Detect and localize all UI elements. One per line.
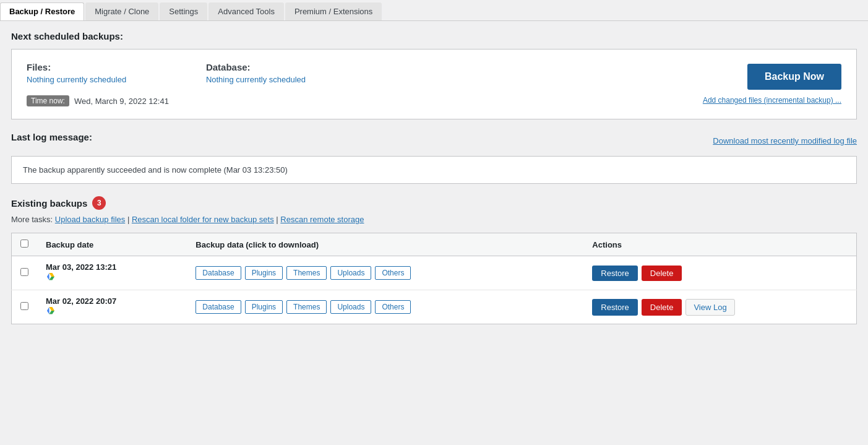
select-all-checkbox[interactable] [20,240,28,248]
row1-others-btn[interactable]: Others [375,266,411,280]
row1-date-cell: Mar 03, 2022 13:21 [37,256,187,290]
th-backup-date: Backup date [37,233,187,256]
row1-checkbox[interactable] [20,268,28,276]
row1-database-btn[interactable]: Database [196,266,241,280]
row2-icon [46,306,178,318]
row2-plugins-btn[interactable]: Plugins [245,300,283,314]
cloud-icon [46,272,56,282]
scheduled-actions: Backup Now Add changed files (incrementa… [575,62,841,106]
scheduled-backups-card: Files: Nothing currently scheduled Time … [11,49,857,119]
tab-backup-restore[interactable]: Backup / Restore [0,2,84,20]
tab-migrate-clone[interactable]: Migrate / Clone [85,2,158,20]
table-header-row: Backup date Backup data (click to downlo… [12,233,857,256]
existing-backups-header: Existing backups 3 [11,196,857,210]
row1-data-cell: Database Plugins Themes Uploads Others [187,256,583,290]
row1-checkbox-cell [12,256,38,290]
upload-backup-files-link[interactable]: Upload backup files [55,215,125,224]
table-row: Mar 02, 2022 20:07 Database Plugins [12,290,857,324]
database-section: Database: Nothing currently scheduled [206,62,306,84]
scheduled-info: Files: Nothing currently scheduled Time … [27,62,567,106]
row1-restore-button[interactable]: Restore [592,266,638,281]
time-badge: Time now: [27,95,69,106]
time-value: Wed, March 9, 2022 12:41 [74,97,169,106]
row2-themes-btn[interactable]: Themes [286,300,327,314]
existing-backups-title: Existing backups [11,198,87,209]
main-content: Next scheduled backups: Files: Nothing c… [0,21,868,334]
log-message-text: The backup apparently succeeded and is n… [23,165,288,175]
tab-settings[interactable]: Settings [160,2,207,20]
row2-uploads-btn[interactable]: Uploads [330,300,371,314]
row1-date: Mar 03, 2022 13:21 [46,262,178,272]
row2-database-btn[interactable]: Database [196,300,241,314]
more-tasks-label: More tasks: [11,215,53,224]
th-actions: Actions [583,233,856,256]
th-checkbox [12,233,38,256]
incremental-backup-link[interactable]: Add changed files (incremental backup) .… [703,96,841,105]
tabs-bar: Backup / Restore Migrate / Clone Setting… [0,0,868,21]
rescan-remote-link[interactable]: Rescan remote storage [280,215,364,224]
th-backup-data: Backup data (click to download) [187,233,583,256]
row2-data-cell: Database Plugins Themes Uploads Others [187,290,583,324]
scheduled-section-title: Next scheduled backups: [11,31,857,41]
row1-plugins-btn[interactable]: Plugins [245,266,283,280]
log-message-box: The backup apparently succeeded and is n… [11,156,857,184]
table-row: Mar 03, 2022 13:21 Data [12,256,857,290]
backup-count-badge: 3 [92,196,106,210]
database-label: Database: [206,62,306,72]
row2-actions-cell: Restore Delete View Log [583,290,856,324]
row2-action-buttons: Restore Delete View Log [592,299,848,316]
tab-premium-extensions[interactable]: Premium / Extensions [285,2,382,20]
row2-viewlog-button[interactable]: View Log [685,299,734,316]
table-head: Backup date Backup data (click to downlo… [12,233,857,256]
row2-delete-button[interactable]: Delete [642,299,682,316]
row1-actions-cell: Restore Delete [583,256,856,290]
files-value: Nothing currently scheduled [27,75,169,84]
row1-delete-button[interactable]: Delete [642,266,682,281]
more-tasks-row: More tasks: Upload backup files | Rescan… [11,215,857,224]
row2-checkbox-cell [12,290,38,324]
row1-action-buttons: Restore Delete [592,266,848,281]
row2-date: Mar 02, 2022 20:07 [46,296,178,306]
database-value: Nothing currently scheduled [206,75,306,84]
row2-date-cell: Mar 02, 2022 20:07 [37,290,187,324]
tab-advanced-tools[interactable]: Advanced Tools [208,2,284,20]
row2-checkbox[interactable] [20,302,28,310]
log-section-header: Last log message: Download most recently… [11,132,857,150]
separator1: | [127,215,132,224]
row1-themes-btn[interactable]: Themes [286,266,327,280]
log-section-title: Last log message: [11,132,92,142]
row1-icon [46,272,178,283]
table-body: Mar 03, 2022 13:21 Data [12,256,857,324]
files-section: Files: Nothing currently scheduled Time … [27,62,169,106]
row1-uploads-btn[interactable]: Uploads [330,266,371,280]
row2-others-btn[interactable]: Others [375,300,411,314]
cloud-icon [46,306,56,316]
row1-data-buttons: Database Plugins Themes Uploads Others [196,266,575,280]
time-row: Time now: Wed, March 9, 2022 12:41 [27,95,169,106]
files-label: Files: [27,62,169,72]
row2-data-buttons: Database Plugins Themes Uploads Others [196,300,575,314]
backup-now-button[interactable]: Backup Now [747,64,841,90]
rescan-local-link[interactable]: Rescan local folder for new backup sets [132,215,274,224]
row2-restore-button[interactable]: Restore [592,299,638,316]
download-log-link[interactable]: Download most recently modified log file [713,136,857,145]
backups-table: Backup date Backup data (click to downlo… [11,233,857,324]
